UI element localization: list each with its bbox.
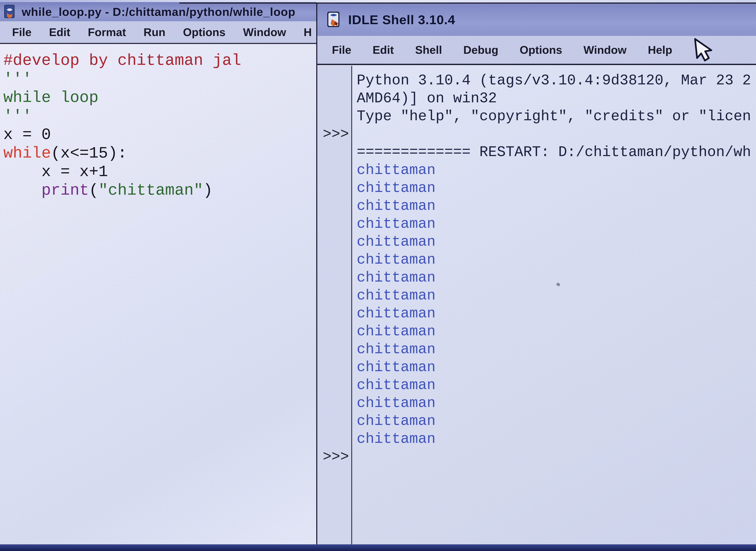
editor-code-area[interactable]: #develop by chittaman jal'''while loop''… [0, 44, 316, 551]
shell-prompt-empty [317, 269, 351, 287]
editor-menu-bar: FileEditFormatRunOptionsWindowH [0, 21, 316, 44]
shell-prompt-empty [317, 143, 351, 161]
editor-menu-options[interactable]: Options [175, 26, 234, 39]
shell-prompt-empty [317, 179, 351, 197]
shell-menu-edit[interactable]: Edit [364, 43, 402, 56]
code-line: ''' [3, 70, 316, 89]
shell-line: chittaman [357, 376, 756, 394]
shell-content: >>>>>> Python 3.10.4 (tags/v3.10.4:9d381… [317, 66, 756, 551]
shell-prompt: >>> [317, 125, 351, 143]
shell-prompt-empty [317, 323, 351, 341]
editor-title-bar[interactable]: while_loop.py - D:/chittaman/python/whil… [0, 2, 316, 21]
shell-line: chittaman [357, 179, 756, 197]
shell-line: chittaman [357, 251, 756, 269]
shell-prompt-empty [317, 233, 351, 251]
shell-menu-shell[interactable]: Shell [407, 43, 450, 56]
shell-prompt-empty [317, 197, 351, 215]
shell-line: ============= RESTART: D:/chittaman/pyth… [357, 143, 756, 161]
shell-prompt-empty [317, 376, 351, 394]
editor-menu-edit[interactable]: Edit [41, 26, 79, 39]
shell-line: chittaman [357, 412, 756, 430]
code-line: while(x<=15): [3, 144, 316, 163]
shell-prompt-empty [317, 72, 351, 90]
shell-line: chittaman [357, 359, 756, 376]
shell-menu-options[interactable]: Options [511, 43, 570, 56]
shell-prompt-empty [317, 161, 351, 179]
shell-line [357, 448, 756, 466]
editor-menu-run[interactable]: Run [135, 26, 174, 39]
code-line: ''' [3, 107, 316, 126]
shell-line: chittaman [357, 233, 756, 251]
code-line: x = 0 [3, 126, 316, 144]
shell-prompt-empty [317, 251, 351, 269]
shell-line: chittaman [357, 215, 756, 233]
editor-window: while_loop.py - D:/chittaman/python/whil… [0, 2, 316, 551]
code-line: print("chittaman") [3, 181, 316, 200]
shell-prompt-empty [317, 305, 351, 323]
shell-line: chittaman [357, 305, 756, 323]
shell-line: chittaman [357, 430, 756, 448]
shell-menu-file[interactable]: File [323, 43, 360, 56]
shell-line: chittaman [357, 197, 756, 215]
shell-window-title: IDLE Shell 3.10.4 [348, 12, 455, 27]
shell-prompt-empty [317, 430, 351, 448]
editor-menu-file[interactable]: File [4, 26, 40, 39]
shell-title-bar[interactable]: IDLE Shell 3.10.4 [317, 3, 756, 36]
shell-prompt-empty [317, 215, 351, 233]
shell-window: IDLE Shell 3.10.4 FileEditShellDebugOpti… [316, 2, 756, 551]
editor-window-title: while_loop.py - D:/chittaman/python/whil… [22, 5, 295, 19]
shell-line [357, 125, 756, 143]
shell-line: AMD64)] on win32 [357, 90, 756, 107]
shell-line: chittaman [357, 341, 756, 359]
shell-line: Python 3.10.4 (tags/v3.10.4:9d38120, Mar… [357, 72, 756, 90]
window-top-edge [180, 2, 756, 4]
shell-prompt-empty [317, 412, 351, 430]
code-line: #develop by chittaman jal [3, 51, 316, 70]
shell-menu-debug[interactable]: Debug [455, 43, 507, 56]
python-file-icon [3, 4, 16, 19]
shell-prompt-empty [317, 341, 351, 359]
code-line: x = x+1 [3, 163, 316, 181]
shell-menu-help[interactable]: Help [640, 43, 681, 56]
shell-prompt-empty [317, 107, 351, 125]
shell-menu-bar: FileEditShellDebugOptionsWindowHelp [317, 36, 756, 65]
shell-prompt-empty [317, 90, 351, 107]
editor-menu-format[interactable]: Format [79, 26, 134, 39]
shell-line: chittaman [357, 287, 756, 305]
code-line: while loop [3, 89, 316, 107]
shell-prompt-sidebar: >>>>>> [317, 66, 352, 551]
shell-prompt-empty [317, 287, 351, 305]
idle-shell-icon [326, 11, 342, 28]
shell-menu-window[interactable]: Window [575, 43, 635, 56]
screen-bottom-edge [0, 544, 756, 551]
shell-line: Type "help", "copyright", "credits" or "… [357, 107, 756, 125]
shell-text-area[interactable]: Python 3.10.4 (tags/v3.10.4:9d38120, Mar… [352, 66, 756, 551]
shell-prompt: >>> [317, 448, 351, 466]
shell-prompt-empty [317, 394, 351, 412]
mouse-arrow-cursor [692, 36, 720, 65]
editor-menu-window[interactable]: Window [235, 26, 294, 39]
shell-line: chittaman [357, 394, 756, 412]
shell-prompt-empty [317, 359, 351, 376]
shell-line: chittaman [357, 161, 756, 179]
shell-line: chittaman [357, 323, 756, 341]
